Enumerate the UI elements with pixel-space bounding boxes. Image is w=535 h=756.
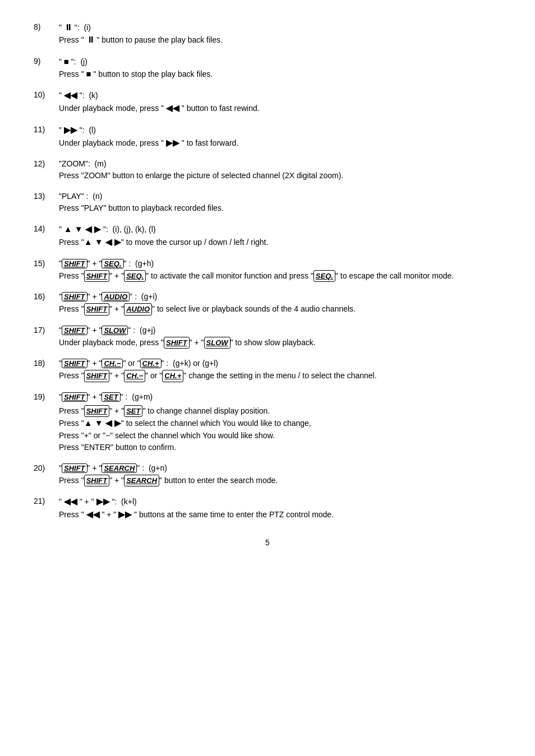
- item-title: "ZOOM": (m): [59, 159, 501, 168]
- item-description: Press "SHIFT" + "SEQ." to activate the c…: [59, 270, 501, 282]
- item-title: " ◀◀ ": (k): [59, 90, 501, 100]
- item-body: "SHIFT" + "SLOW" : (g+j) Under playback …: [59, 326, 501, 349]
- list-item: 15) "SHIFT" + "SEQ." : (g+h) Press "SHIF…: [34, 259, 501, 282]
- search-key-desc: SEARCH: [124, 475, 159, 487]
- ff-symbol: ▶▶: [64, 125, 77, 134]
- item-number: 14): [34, 224, 59, 233]
- rewind-symbol: ◀◀: [64, 90, 77, 100]
- search-key: SEARCH: [102, 463, 137, 473]
- shift-key: SHIFT: [62, 392, 87, 402]
- item-number: 9): [34, 57, 59, 66]
- item-description: Under playback mode, press " ◀◀ " button…: [59, 102, 501, 115]
- item-number: 15): [34, 259, 59, 268]
- shift-key: SHIFT: [62, 326, 87, 335]
- item-description: Press " ◀◀ " + " ▶▶ " buttons at the sam…: [59, 508, 501, 521]
- item-title: " ⏸ ": (i): [59, 22, 501, 32]
- item-number: 10): [34, 90, 59, 99]
- list-item: 8) " ⏸ ": (i) Press " ⏸ " button to paus…: [34, 22, 501, 47]
- list-item: 9) " ■ ": (j) Press " ■ " button to stop…: [34, 57, 501, 81]
- item-body: " ■ ": (j) Press " ■ " button to stop th…: [59, 57, 501, 81]
- item-body: " ▲ ▼ ◀ ▶ ": (i), (j), (k), (l) Press "▲…: [59, 224, 501, 249]
- item-number: 19): [34, 392, 59, 401]
- list-item: 16) "SHIFT" + "AUDIO" : (g+i) Press "SHI…: [34, 292, 501, 316]
- item-body: "ZOOM": (m) Press "ZOOM" button to enlar…: [59, 159, 501, 182]
- list-item: 14) " ▲ ▼ ◀ ▶ ": (i), (j), (k), (l) Pres…: [34, 224, 501, 249]
- list-item: 19) "SHIFT" + "SET" : (g+m) Press "SHIFT…: [34, 392, 501, 453]
- item-description: Under playback mode, press "SHIFT" + "SL…: [59, 337, 501, 349]
- set-key-desc: SET: [124, 405, 142, 418]
- item-description: Under playback mode, press " ▶▶ " to fas…: [59, 137, 501, 150]
- shift-key-desc: SHIFT: [84, 475, 110, 487]
- rewind-symbol-21: ◀◀: [64, 497, 77, 506]
- list-item: 12) "ZOOM": (m) Press "ZOOM" button to e…: [34, 159, 501, 182]
- shift-key: SHIFT: [62, 359, 87, 368]
- slow-key: SLOW: [102, 326, 128, 335]
- item-body: "SHIFT" + "CH.−" or "CH.+" : (g+k) or (g…: [59, 359, 501, 382]
- ch-minus-key-desc: CH.−: [124, 370, 145, 382]
- item-description: Press "▲ ▼ ◀ ▶" to move the cursor up / …: [59, 236, 501, 249]
- arrow-symbols-desc: ▲ ▼ ◀ ▶: [84, 237, 121, 247]
- item-body: " ◀◀ ": (k) Under playback mode, press "…: [59, 90, 501, 115]
- item-description: Press "SHIFT" + "SET" to change channel …: [59, 405, 501, 453]
- item-number: 11): [34, 125, 59, 134]
- item-number: 16): [34, 292, 59, 301]
- seq-key-desc: SEQ.: [124, 270, 146, 282]
- item-body: " ◀◀ " + " ▶▶ ": (k+l) Press " ◀◀ " + " …: [59, 497, 501, 521]
- item-title: "SHIFT" + "AUDIO" : (g+i): [59, 292, 501, 302]
- page-content: 8) " ⏸ ": (i) Press " ⏸ " button to paus…: [34, 22, 501, 547]
- item-body: " ▶▶ ": (l) Under playback mode, press "…: [59, 125, 501, 150]
- item-description: Press "PLAY" button to playback recorded…: [59, 202, 501, 214]
- item-description: Press " ■ " button to stop the play back…: [59, 68, 501, 81]
- seq-key: SEQ.: [102, 259, 123, 268]
- list-item: 18) "SHIFT" + "CH.−" or "CH.+" : (g+k) o…: [34, 359, 501, 382]
- item-number: 12): [34, 159, 59, 168]
- rewind-symbol-21-desc: ◀◀: [86, 509, 100, 519]
- item-description: Press " ⏸ " button to pause the play bac…: [59, 34, 501, 47]
- pause-symbol: ⏸: [64, 22, 72, 32]
- list-item: 20) "SHIFT" + "SEARCH" : (g+n) Press "SH…: [34, 463, 501, 487]
- item-number: 13): [34, 192, 59, 201]
- arrow-symbols: ▲ ▼ ◀ ▶: [64, 224, 101, 234]
- shift-key-desc: SHIFT: [84, 370, 110, 382]
- seq-key-desc2: SEQ.: [313, 270, 335, 282]
- item-body: "SHIFT" + "SET" : (g+m) Press "SHIFT" + …: [59, 392, 501, 453]
- item-title: " ▲ ▼ ◀ ▶ ": (i), (j), (k), (l): [59, 224, 501, 234]
- ff-symbol-21-desc: ▶▶: [118, 509, 132, 519]
- shift-key: SHIFT: [62, 292, 87, 302]
- slow-key-desc: SLOW: [204, 337, 230, 349]
- audio-key: AUDIO: [102, 292, 130, 302]
- page-footer: 5: [34, 538, 501, 547]
- item-description: Press "SHIFT" + "SEARCH" button to enter…: [59, 475, 501, 487]
- item-description: Press "SHIFT" + "AUDIO" to select live o…: [59, 303, 501, 316]
- arrow-symbols-19: ▲ ▼ ◀ ▶: [84, 418, 121, 428]
- shift-key-desc: SHIFT: [84, 405, 110, 418]
- list-item: 21) " ◀◀ " + " ▶▶ ": (k+l) Press " ◀◀ " …: [34, 497, 501, 521]
- item-body: "SHIFT" + "SEQ." : (g+h) Press "SHIFT" +…: [59, 259, 501, 282]
- shift-key-desc: SHIFT: [84, 303, 110, 316]
- stop-symbol: ■: [64, 57, 69, 66]
- item-number: 18): [34, 359, 59, 368]
- list-item: 13) "PLAY" : (n) Press "PLAY" button to …: [34, 192, 501, 214]
- shift-key: SHIFT: [62, 259, 87, 268]
- item-title: " ▶▶ ": (l): [59, 125, 501, 135]
- item-description: Press "ZOOM" button to enlarge the pictu…: [59, 170, 501, 182]
- item-number: 8): [34, 22, 59, 31]
- item-body: " ⏸ ": (i) Press " ⏸ " button to pause t…: [59, 22, 501, 47]
- item-body: "SHIFT" + "SEARCH" : (g+n) Press "SHIFT"…: [59, 463, 501, 487]
- item-number: 20): [34, 463, 59, 472]
- item-title: " ■ ": (j): [59, 57, 501, 66]
- pause-symbol-desc: ⏸: [86, 35, 95, 44]
- item-title: "SHIFT" + "SLOW" : (g+j): [59, 326, 501, 335]
- page-number: 5: [265, 538, 270, 547]
- item-body: "PLAY" : (n) Press "PLAY" button to play…: [59, 192, 501, 214]
- item-title: "SHIFT" + "SEQ." : (g+h): [59, 259, 501, 268]
- set-key: SET: [102, 392, 120, 402]
- item-description: Press "SHIFT" + "CH.−" or "CH.+" change …: [59, 370, 501, 382]
- shift-key-desc: SHIFT: [164, 337, 190, 349]
- item-title: "SHIFT" + "CH.−" or "CH.+" : (g+k) or (g…: [59, 359, 501, 368]
- item-number: 21): [34, 497, 59, 505]
- shift-key-desc: SHIFT: [84, 270, 110, 282]
- ch-plus-key: CH.+: [140, 359, 162, 368]
- list-item: 11) " ▶▶ ": (l) Under playback mode, pre…: [34, 125, 501, 150]
- ff-symbol-desc: ▶▶: [166, 138, 179, 147]
